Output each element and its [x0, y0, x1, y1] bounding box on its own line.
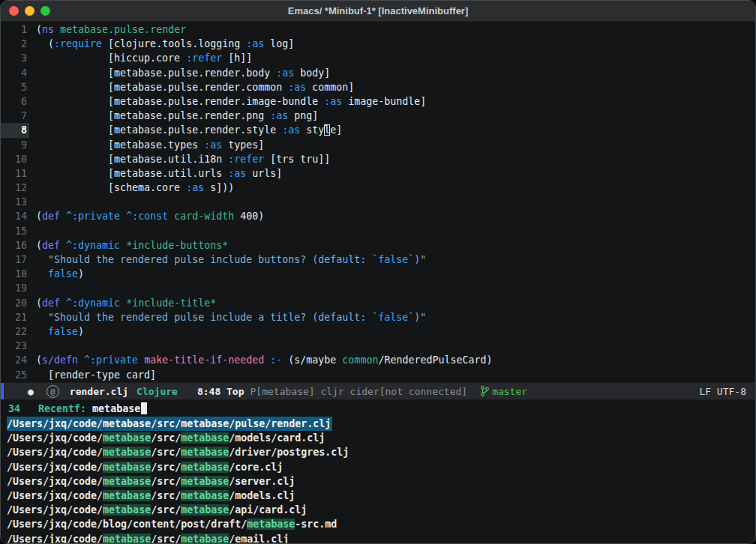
candidate-row[interactable]: /Users/jxq/code/metabase/src/metabase/dr…: [1, 445, 755, 459]
code-line[interactable]: 20(def ^:dynamic *include-title*: [1, 296, 755, 310]
buffer-modified-icon: ●: [28, 386, 34, 397]
code-line[interactable]: 25 [render-type card]: [1, 368, 755, 382]
code-line-text: [metabase.pulse.render.image-bundle :as …: [29, 94, 426, 109]
buffer-name[interactable]: render.clj: [70, 386, 128, 397]
code-line[interactable]: 18 false): [1, 267, 755, 281]
git-branch[interactable]: master: [481, 386, 527, 397]
code-buffer[interactable]: 1(ns metabase.pulse.render2 (:require [c…: [1, 22, 755, 382]
candidate-row[interactable]: /Users/jxq/code/metabase/src/metabase/ap…: [1, 503, 755, 517]
code-line[interactable]: 17 "Should the rendered pulse include bu…: [1, 253, 755, 267]
code-line-text: [29, 195, 36, 209]
code-line[interactable]: 9 [metabase.types :as types]: [1, 138, 755, 152]
code-line[interactable]: 21 "Should the rendered pulse include a …: [1, 310, 755, 324]
code-line[interactable]: 12 [schema.core :as s])): [1, 181, 755, 195]
path-text: /src/: [151, 476, 181, 487]
major-mode[interactable]: Clojure: [136, 386, 178, 397]
code-line[interactable]: 8 [metabase.pulse.render.style :as style…: [1, 123, 755, 137]
line-number: 13: [1, 195, 29, 209]
code-line[interactable]: 14(def ^:private ^:const card-width 400): [1, 209, 755, 223]
zoom-button[interactable]: [40, 6, 50, 16]
minibuffer-input[interactable]: metabase: [92, 403, 140, 414]
code-line[interactable]: 6 [metabase.pulse.render.image-bundle :a…: [1, 94, 755, 109]
project-info: P[metabase] cljr cider[not connected]: [250, 386, 468, 397]
code-line-text: [29, 224, 36, 238]
path-text: /Users/jxq/code/: [7, 534, 103, 544]
line-number: 22: [1, 324, 29, 339]
line-number: 20: [1, 296, 29, 310]
code-line[interactable]: 13: [1, 195, 755, 209]
match-highlight: metabase: [103, 490, 151, 501]
code-line-text: [metabase.util.urls :as urls]: [29, 166, 282, 181]
path-text: /models/card.clj: [229, 432, 325, 444]
code-line-text: "Should the rendered pulse include butto…: [29, 253, 426, 267]
code-line-text: false): [29, 324, 84, 339]
code-line[interactable]: 24(s/defn ^:private make-title-if-needed…: [1, 353, 755, 367]
code-line[interactable]: 23: [1, 339, 755, 353]
mode-line: ● @ render.clj Clojure 8:48 Top P[metaba…: [1, 382, 755, 400]
git-branch-icon: [481, 386, 489, 396]
code-line-text: (def ^:dynamic *include-title*: [29, 296, 216, 310]
code-line[interactable]: 3 [hiccup.core :refer [h]]: [1, 51, 755, 65]
path-text: /Users/jxq/code/blog/content/post/draft/: [7, 519, 247, 530]
code-line-text: [29, 339, 36, 353]
line-number: 7: [1, 109, 29, 123]
cursor-position: 8:48 Top: [197, 386, 244, 397]
minibuffer-gap: [20, 403, 38, 414]
code-line[interactable]: 16(def ^:dynamic *include-buttons*: [1, 238, 755, 253]
minimize-button[interactable]: [25, 6, 34, 16]
code-line-text: [metabase.pulse.render.style :as style]: [29, 123, 342, 137]
code-line[interactable]: 1(ns metabase.pulse.render: [1, 22, 755, 37]
path-text: /Users/jxq/code/: [7, 432, 103, 444]
candidate-row[interactable]: /Users/jxq/code/metabase/src/metabase/mo…: [1, 489, 755, 503]
code-line[interactable]: 11 [metabase.util.urls :as urls]: [1, 166, 755, 181]
path-text: /driver/postgres.clj: [229, 447, 349, 458]
line-number: 10: [1, 152, 29, 166]
code-line[interactable]: 19: [1, 281, 755, 295]
line-number: 15: [1, 224, 29, 238]
match-highlight: metabase: [247, 519, 295, 530]
selected-candidate: /Users/jxq/code/metabase/src/metabase/pu…: [7, 417, 332, 431]
line-number: 2: [1, 37, 29, 51]
path-text: /Users/jxq/code/: [7, 447, 103, 458]
code-line-text: [metabase.util.i18n :refer [trs tru]]: [29, 152, 330, 166]
match-highlight: metabase: [103, 447, 151, 458]
line-number: 12: [1, 181, 29, 195]
code-line-text: [metabase.pulse.render.common :as common…: [29, 80, 354, 94]
minibuffer[interactable]: 34 Recentf: metabase: [1, 400, 755, 417]
path-text: /Users/jxq/code/: [7, 504, 103, 516]
code-line-text: [29, 281, 36, 295]
match-highlight: metabase: [181, 534, 229, 544]
candidate-row[interactable]: /Users/jxq/code/metabase/src/metabase/mo…: [1, 431, 755, 445]
line-number: 3: [1, 51, 29, 65]
path-text: /email.clj: [229, 534, 289, 544]
code-line[interactable]: 2 (:require [clojure.tools.logging :as l…: [1, 37, 755, 51]
candidate-row-selected[interactable]: /Users/jxq/code/metabase/src/metabase/pu…: [1, 417, 755, 431]
line-number: 18: [1, 267, 29, 281]
code-line-text: [render-type card]: [29, 368, 156, 382]
match-highlight: metabase: [181, 504, 229, 516]
candidate-row[interactable]: /Users/jxq/code/metabase/src/metabase/se…: [1, 474, 755, 489]
code-line[interactable]: 22 false): [1, 324, 755, 339]
candidate-row[interactable]: /Users/jxq/code/metabase/src/metabase/em…: [1, 532, 755, 544]
title-bar[interactable]: Emacs/ *Minibuf-1* [InactiveMinibuffer]: [1, 1, 755, 22]
line-number: 24: [1, 353, 29, 367]
close-button[interactable]: [9, 6, 19, 16]
code-line-text: false): [29, 267, 84, 281]
match-highlight: metabase: [181, 447, 229, 458]
encoding-indicator: LF UTF-8: [699, 386, 746, 397]
code-line-text: (s/defn ^:private make-title-if-needed :…: [29, 353, 493, 367]
code-line-text: [metabase.pulse.render.png :as png]: [29, 109, 318, 123]
code-line[interactable]: 10 [metabase.util.i18n :refer [trs tru]]: [1, 152, 755, 166]
code-line[interactable]: 4 [metabase.pulse.render.body :as body]: [1, 66, 755, 80]
line-number: 1: [1, 22, 29, 37]
line-number: 16: [1, 238, 29, 253]
candidate-row[interactable]: /Users/jxq/code/metabase/src/metabase/co…: [1, 460, 755, 474]
match-highlight: metabase: [103, 432, 151, 444]
code-line[interactable]: 15: [1, 224, 755, 238]
path-text: /src/: [151, 534, 181, 544]
code-line[interactable]: 5 [metabase.pulse.render.common :as comm…: [1, 80, 755, 94]
candidate-row[interactable]: /Users/jxq/code/blog/content/post/draft/…: [1, 517, 755, 531]
code-line-text: [schema.core :as s])): [29, 181, 234, 195]
code-line[interactable]: 7 [metabase.pulse.render.png :as png]: [1, 109, 755, 123]
line-number: 5: [1, 80, 29, 94]
